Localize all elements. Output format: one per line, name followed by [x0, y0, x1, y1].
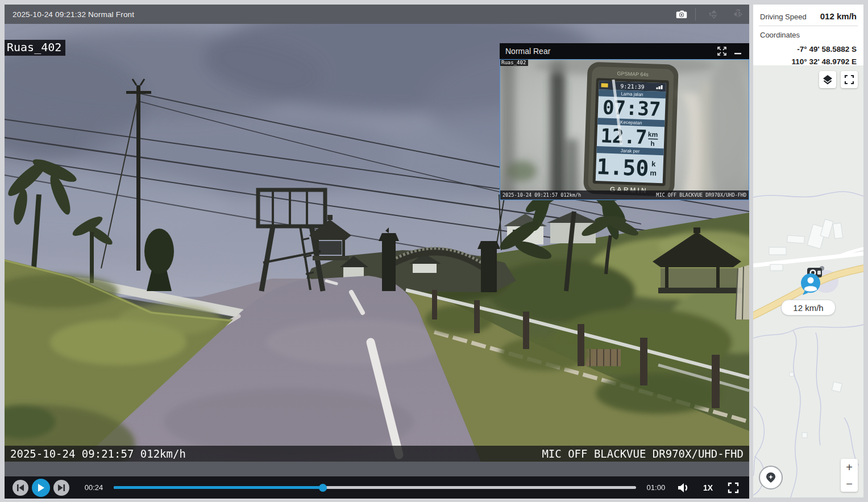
front-video-canvas[interactable]: Ruas_402 2025-10-24 09:21:57 012km/h MIC…	[5, 24, 749, 462]
pip-stamp-bar: 2025-10-24 09:21:57 012km/h MIC OFF BLAC…	[500, 190, 749, 200]
flip-vertical-icon	[708, 7, 720, 21]
svg-text:m: m	[650, 168, 657, 177]
svg-text:12.7: 12.7	[600, 124, 647, 148]
longitude-value: 110° 32' 48.9792 E	[760, 57, 857, 66]
step-forward-button[interactable]	[53, 480, 69, 496]
layers-icon	[822, 74, 833, 85]
latitude-value: -7° 49' 58.5882 S	[760, 45, 857, 53]
volume-icon	[677, 482, 690, 493]
fullscreen-icon	[728, 482, 739, 493]
pip-timestamp-speed: 2025-10-24 09:21:57 012km/h	[502, 192, 581, 198]
pip-minimize-button[interactable]	[732, 45, 744, 57]
minimize-icon	[734, 48, 742, 55]
seek-bar-thumb[interactable]	[319, 484, 327, 492]
pip-rear-video[interactable]: GPSMAP 64s 9:21:39 Lama jalan 07:37	[500, 59, 749, 200]
driver-marker-icon	[799, 272, 822, 296]
locate-icon	[765, 471, 777, 484]
flip-horizontal-icon	[732, 7, 744, 21]
blackvue-viewer-window: 2025-10-24 09:21:32 Normal Front	[0, 0, 868, 502]
pip-window[interactable]: Normal Rear	[500, 43, 749, 200]
play-button[interactable]	[32, 479, 50, 497]
svg-text:h: h	[650, 139, 655, 147]
flip-horizontal-button	[732, 9, 744, 20]
flip-vertical-button	[708, 9, 720, 20]
driver-position-marker[interactable]	[799, 272, 822, 298]
driving-speed-value: 012 km/h	[820, 11, 857, 21]
map-fullscreen-button[interactable]	[841, 71, 858, 88]
info-sidebar: Driving Speed 012 km/h Coordinates -7° 4…	[753, 5, 863, 497]
play-icon	[37, 483, 45, 492]
step-forward-icon	[57, 484, 66, 492]
dashcam-timestamp-speed: 2025-10-24 09:21:57 012km/h	[10, 447, 186, 460]
total-time: 01:00	[644, 483, 668, 492]
map-fullscreen-icon	[844, 74, 854, 85]
pip-header[interactable]: Normal Rear	[500, 43, 749, 59]
player-gap-strip	[5, 462, 749, 476]
map-layers-button[interactable]	[819, 71, 836, 88]
seek-bar-fill	[114, 486, 323, 489]
map-zoom-control: + −	[841, 459, 858, 492]
coordinates-label: Coordinates	[760, 31, 857, 39]
svg-text:GPSMAP 64s: GPSMAP 64s	[617, 70, 649, 77]
seek-bar[interactable]	[114, 486, 636, 489]
expand-icon	[717, 47, 726, 56]
zoom-out-button[interactable]: −	[841, 475, 858, 492]
titlebar-divider	[695, 8, 696, 20]
drive-info-panel: Driving Speed 012 km/h Coordinates -7° 4…	[753, 5, 863, 74]
map-speed-badge: 12 km/h	[781, 300, 836, 316]
capture-screenshot-button[interactable]	[676, 9, 687, 20]
garmin-gps-device: GPSMAP 64s 9:21:39 Lama jalan 07:37	[583, 61, 679, 196]
info-divider	[759, 26, 858, 26]
fullscreen-button[interactable]	[728, 482, 739, 493]
volume-button[interactable]	[677, 482, 690, 493]
dashcam-stamp-bar: 2025-10-24 09:21:57 012km/h MIC OFF BLAC…	[5, 446, 749, 462]
svg-text:k: k	[651, 159, 657, 168]
video-titlebar: 2025-10-24 09:21:32 Normal Front	[5, 5, 749, 24]
map-panel[interactable]: 12 km/h + −	[753, 65, 863, 497]
svg-text:9:21:39: 9:21:39	[620, 83, 645, 90]
svg-text:1.50: 1.50	[596, 154, 649, 181]
rear-camera-scene: GPSMAP 64s 9:21:39 Lama jalan 07:37	[500, 60, 749, 200]
zoom-in-button[interactable]: +	[841, 459, 858, 475]
step-backward-button[interactable]	[13, 480, 28, 496]
pip-expand-button[interactable]	[716, 45, 728, 57]
dashcam-model-stamp: MIC OFF BLACKVUE DR970X/UHD-FHD	[542, 447, 744, 460]
playback-speed-button[interactable]: 1X	[703, 483, 713, 492]
drain-grate	[585, 349, 621, 366]
map-locate-button[interactable]	[759, 466, 783, 489]
pip-model-stamp: MIC OFF BLACKVUE DR970X/UHD-FHD	[656, 192, 746, 198]
player-bar: 00:24 01:00 1X	[5, 476, 749, 499]
driving-speed-label: Driving Speed	[760, 13, 807, 21]
front-video-timestamp: 2025-10-24 09:21:32 Normal Front	[5, 10, 134, 19]
current-time: 00:24	[82, 483, 106, 492]
camera-icon	[676, 8, 687, 20]
step-backward-icon	[16, 484, 25, 492]
pip-title: Normal Rear	[505, 47, 712, 56]
svg-text:Jarak per: Jarak per	[621, 148, 640, 154]
svg-text:07:37: 07:37	[602, 96, 661, 121]
svg-text:km: km	[648, 130, 658, 139]
video-file-label: Ruas_402	[5, 40, 65, 56]
pip-file-label: Ruas_402	[500, 60, 528, 66]
